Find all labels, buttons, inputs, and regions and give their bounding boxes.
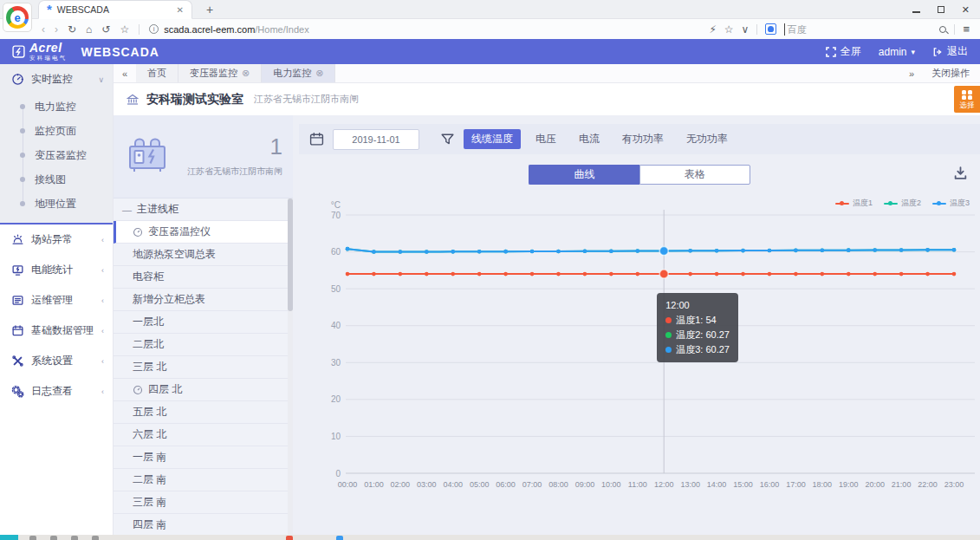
forward-button[interactable]: › xyxy=(55,23,58,36)
tab-close-icon[interactable]: ✕ xyxy=(177,5,184,15)
device-item[interactable]: 六层 北 xyxy=(114,424,293,446)
flash-icon[interactable]: ⚡ xyxy=(709,23,716,36)
filter-pill[interactable]: 线缆温度 xyxy=(464,129,521,149)
select-button-label: 选择 xyxy=(960,101,975,108)
window-close-button[interactable]: ✕ xyxy=(962,5,970,14)
device-panel: 1 江苏省无锡市江阴市南闸 —主进线柜变压器温控仪地源热泵空调总表电容柜新增分立… xyxy=(114,115,293,540)
tab-close-icon[interactable]: ⊗ xyxy=(315,68,323,79)
sidebar-item[interactable]: 电能统计‹ xyxy=(0,255,113,285)
filter-pill[interactable]: 电流 xyxy=(571,129,607,149)
device-count: 1 xyxy=(187,135,282,158)
filter-funnel-icon xyxy=(440,132,455,146)
logout-icon xyxy=(932,47,943,57)
device-item-label: 二层北 xyxy=(133,337,164,352)
device-item[interactable]: 四层 北 xyxy=(114,379,293,401)
svg-text:11:00: 11:00 xyxy=(628,480,647,489)
close-operations-button[interactable]: 关闭操作 xyxy=(931,67,970,80)
svg-text:17:00: 17:00 xyxy=(786,480,806,489)
workspace-tabbar: « 首页变压器监控⊗电力监控⊗ » 关闭操作 xyxy=(114,64,980,83)
device-item[interactable]: 电容柜 xyxy=(114,266,293,289)
calendar-icon[interactable] xyxy=(309,132,324,146)
browser-address-bar: ‹ › ↻ ⌂ ↺ ☆ i scada.acrel-eem.com/Home/I… xyxy=(0,19,980,39)
taskbar[interactable] xyxy=(0,535,980,540)
sidebar-subitem[interactable]: 地理位置 xyxy=(0,192,113,216)
line-chart[interactable]: 010203040506070°C00:0001:0002:0003:0004:… xyxy=(299,196,980,499)
device-item[interactable]: 三层 南 xyxy=(114,491,293,514)
workspace-tab[interactable]: 电力监控⊗ xyxy=(262,64,335,82)
sidebar-subitem[interactable]: 变压器监控 xyxy=(0,143,113,167)
device-item[interactable]: 三层 北 xyxy=(114,356,293,379)
filter-pill[interactable]: 无功功率 xyxy=(678,129,736,149)
sidebar-subitem[interactable]: 接线图 xyxy=(0,167,113,192)
window-maximize-button[interactable] xyxy=(938,6,944,13)
device-item[interactable]: 二层 南 xyxy=(114,469,293,491)
tab-close-icon[interactable]: ⊗ xyxy=(242,68,250,79)
series-dot-icon xyxy=(665,317,672,323)
tabs-scroll-left-icon[interactable]: « xyxy=(114,64,136,82)
filter-pill[interactable]: 有功功率 xyxy=(614,129,672,149)
svg-text:09:00: 09:00 xyxy=(575,480,595,489)
settings-icon xyxy=(11,355,24,368)
device-group-row[interactable]: —主进线柜 xyxy=(114,198,293,221)
baidu-search-icon[interactable] xyxy=(765,23,776,35)
sidebar-item[interactable]: 基础数据管理‹ xyxy=(0,316,113,346)
legend-item[interactable]: 温度1 xyxy=(835,198,873,209)
device-item[interactable]: 变压器温控仪 xyxy=(114,221,293,244)
browser-menu-icon[interactable]: ≡ xyxy=(963,23,970,36)
sidebar-subitem[interactable]: 监控页面 xyxy=(0,119,113,143)
workspace-tab[interactable]: 首页 xyxy=(136,64,178,82)
window-minimize-button[interactable] xyxy=(912,11,920,12)
svg-text:06:00: 06:00 xyxy=(496,480,516,489)
collapse-icon[interactable]: — xyxy=(122,205,132,215)
favorites-star-icon[interactable]: ☆ xyxy=(724,23,734,36)
date-picker-input[interactable] xyxy=(333,129,419,150)
view-toggle-segment[interactable]: 表格 xyxy=(639,165,750,185)
sidebar-item[interactable]: 场站异常‹ xyxy=(0,224,113,255)
sidebar-item[interactable]: 日志查看‹ xyxy=(0,376,113,407)
fullscreen-button[interactable]: 全屏 xyxy=(826,44,861,59)
page-info-icon[interactable]: i xyxy=(149,24,159,34)
url-field[interactable]: i scada.acrel-eem.com/Home/Index xyxy=(149,24,309,35)
svg-text:20:00: 20:00 xyxy=(865,480,885,489)
chart-area: 温度1温度2温度3 010203040506070°C00:0001:0002:… xyxy=(299,196,980,512)
search-icon[interactable] xyxy=(939,26,946,33)
device-item[interactable]: 五层 北 xyxy=(114,401,293,424)
svg-text:07:00: 07:00 xyxy=(522,480,542,489)
new-tab-button[interactable]: + xyxy=(206,4,213,15)
select-button[interactable]: 选择 xyxy=(954,86,980,113)
legend-item[interactable]: 温度2 xyxy=(884,198,921,209)
tabs-scroll-right-icon[interactable]: » xyxy=(900,68,923,79)
divider xyxy=(756,24,757,35)
bookmark-star-icon[interactable]: ☆ xyxy=(120,23,129,36)
device-item[interactable]: 地源热泵空调总表 xyxy=(114,244,293,266)
device-item[interactable]: 新增分立柜总表 xyxy=(114,289,293,311)
view-toggle-segment[interactable]: 曲线 xyxy=(529,165,639,185)
back-button[interactable]: ‹ xyxy=(42,23,45,36)
svg-text:21:00: 21:00 xyxy=(892,480,912,489)
legend-item[interactable]: 温度3 xyxy=(932,198,970,209)
undo-button[interactable]: ↺ xyxy=(101,23,110,36)
taskbar-icon xyxy=(29,536,36,540)
user-menu[interactable]: admin ▾ xyxy=(879,46,915,58)
taskbar-icon xyxy=(71,536,78,540)
sidebar-item[interactable]: 运维管理‹ xyxy=(0,285,113,316)
reload-button[interactable]: ↻ xyxy=(68,23,76,36)
svg-text:20: 20 xyxy=(331,394,341,404)
device-item[interactable]: 二层北 xyxy=(114,334,293,356)
sidebar-subitem[interactable]: 电力监控 xyxy=(0,94,113,119)
dropdown-chevron-icon[interactable]: ∨ xyxy=(742,23,750,36)
filter-pill[interactable]: 电压 xyxy=(528,129,564,149)
browser-search-input[interactable]: 百度 xyxy=(784,23,931,36)
workspace-tab[interactable]: 变压器监控⊗ xyxy=(178,64,262,82)
device-item[interactable]: 一层 南 xyxy=(114,446,293,469)
download-button[interactable] xyxy=(953,166,968,183)
logout-button[interactable]: 退出 xyxy=(932,44,968,59)
device-item[interactable]: 四层 南 xyxy=(114,514,293,537)
sidebar-item[interactable]: 实时监控∨ xyxy=(0,64,113,94)
device-item[interactable]: 一层北 xyxy=(114,311,293,334)
sidebar-item[interactable]: 系统设置‹ xyxy=(0,346,113,376)
download-icon xyxy=(953,166,968,180)
browser-tab[interactable]: * WEBSCADA ✕ xyxy=(38,0,192,19)
logout-label: 退出 xyxy=(947,44,968,59)
home-button[interactable]: ⌂ xyxy=(86,23,92,36)
